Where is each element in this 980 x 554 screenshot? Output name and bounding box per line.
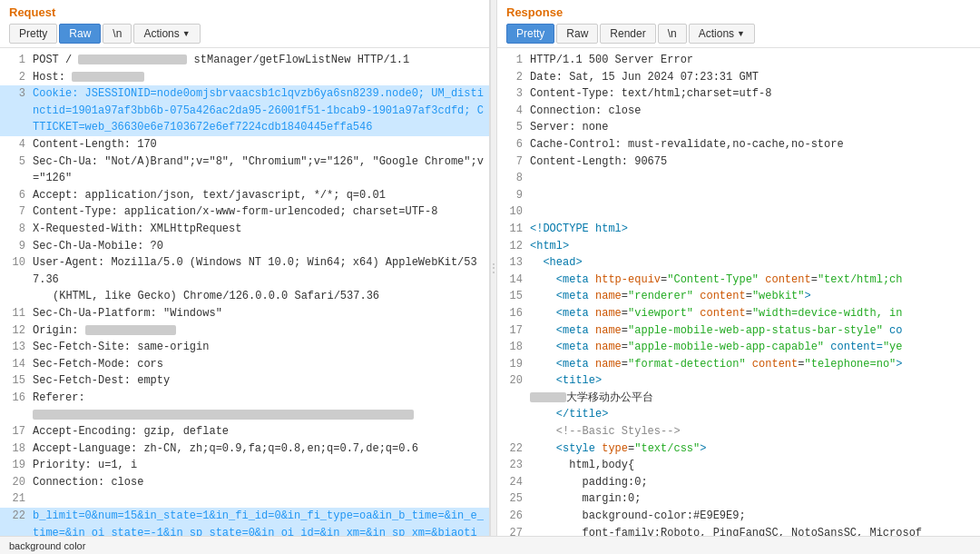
request-line-12: 12 Origin: [0, 322, 489, 340]
request-line-14: 14 Sec-Fetch-Mode: cors [0, 356, 489, 373]
response-line-13: 13 <head> [497, 254, 980, 272]
response-line-24: 24 padding:0; [497, 474, 980, 491]
request-line-2: 2 Host: [0, 69, 489, 86]
request-line-referer-blurred [0, 406, 489, 423]
response-line-22: 22 <style type="text/css"> [497, 440, 980, 458]
response-line-19: 19 <meta name="format-detection" content… [497, 356, 980, 373]
request-line-18: 18 Accept-Language: zh-CN, zh;q=0.9,fa;q… [0, 440, 489, 458]
response-newline-button[interactable]: \n [658, 24, 687, 44]
response-content-area[interactable]: 1 HTTP/1.1 500 Server Error 2 Date: Sat,… [497, 48, 980, 536]
response-line-title-content: 大学移动办公平台 [497, 390, 980, 407]
response-pretty-button[interactable]: Pretty [506, 24, 554, 44]
request-panel: Request Pretty Raw \n Actions ▼ 1 POST /… [0, 0, 490, 536]
request-line-5: 5 Sec-Ch-Ua: "Not/A)Brand";v="8", "Chrom… [0, 153, 489, 187]
request-actions-button[interactable]: Actions ▼ [133, 24, 200, 44]
request-content-area[interactable]: 1 POST / stManager/getFlowListNew HTTP/1… [0, 48, 489, 536]
request-line-6: 6 Accept: application/json, text/javascr… [0, 187, 489, 204]
request-line-17: 17 Accept-Encoding: gzip, deflate [0, 423, 489, 440]
response-line-4: 4 Connection: close [497, 103, 980, 120]
response-line-26: 26 background-color:#E9E9E9; [497, 508, 980, 525]
request-line-7: 7 Content-Type: application/x-www-form-u… [0, 203, 489, 221]
request-line-10: 10 User-Agent: Mozilla/5.0 (Windows NT 1… [0, 254, 489, 305]
response-toolbar: Pretty Raw Render \n Actions ▼ [506, 24, 971, 44]
request-line-20: 20 Connection: close [0, 474, 489, 491]
response-line-8: 8 [497, 170, 980, 187]
response-panel: Response Pretty Raw Render \n Actions ▼ … [497, 0, 980, 536]
response-line-9: 9 [497, 187, 980, 204]
response-line-17: 17 <meta name="apple-mobile-web-app-stat… [497, 322, 980, 340]
response-line-20: 20 <title> [497, 372, 980, 390]
request-line-4: 4 Content-Length: 170 [0, 136, 489, 153]
response-panel-title: Response [506, 5, 971, 19]
response-raw-button[interactable]: Raw [556, 24, 598, 44]
request-line-11: 11 Sec-Ch-Ua-Platform: "Windows" [0, 305, 489, 322]
response-line-3: 3 Content-Type: text/html;charset=utf-8 [497, 85, 980, 103]
response-line-23: 23 html,body{ [497, 457, 980, 474]
response-line-7: 7 Content-Length: 90675 [497, 153, 980, 171]
response-line-2: 2 Date: Sat, 15 Jun 2024 07:23:31 GMT [497, 69, 980, 86]
response-line-comment: <!--Basic Styles--> [497, 423, 980, 440]
response-line-5: 5 Server: none [497, 119, 980, 136]
response-line-25: 25 margin:0; [497, 490, 980, 508]
response-line-14: 14 <meta http-equiv="Content-Type" conte… [497, 272, 980, 289]
request-toolbar: Pretty Raw \n Actions ▼ [9, 24, 480, 44]
request-line-1: 1 POST / stManager/getFlowListNew HTTP/1… [0, 52, 489, 69]
panel-divider: ⋮ [490, 0, 497, 536]
response-line-title-close: </title> [497, 406, 980, 423]
request-line-9: 9 Sec-Ch-Ua-Mobile: ?0 [0, 238, 489, 255]
response-line-16: 16 <meta name="viewport" content="width=… [497, 305, 980, 322]
response-line-10: 10 [497, 203, 980, 221]
request-line-21: 21 [0, 490, 489, 508]
response-render-button[interactable]: Render [600, 24, 655, 44]
request-line-8: 8 X-Requested-With: XMLHttpRequest [0, 221, 489, 238]
response-line-11: 11 <!DOCTYPE html> [497, 221, 980, 238]
response-line-6: 6 Cache-Control: must-revalidate,no-cach… [497, 136, 980, 153]
request-pretty-button[interactable]: Pretty [9, 24, 57, 44]
request-newline-button[interactable]: \n [103, 24, 132, 44]
request-actions-chevron-icon: ▼ [182, 29, 191, 38]
request-line-16: 16 Referer: [0, 390, 489, 407]
request-line-13: 13 Sec-Fetch-Site: same-origin [0, 339, 489, 356]
request-raw-button[interactable]: Raw [59, 24, 101, 44]
background-color-label: background color [9, 540, 85, 551]
response-line-15: 15 <meta name="renderer" content="webkit… [497, 288, 980, 305]
response-line-12: 12 <html> [497, 238, 980, 255]
request-line-19: 19 Priority: u=1, i [0, 457, 489, 474]
request-panel-header: Request Pretty Raw \n Actions ▼ [0, 0, 489, 48]
response-line-18: 18 <meta name="apple-mobile-web-app-capa… [497, 339, 980, 356]
response-actions-chevron-icon: ▼ [737, 29, 745, 38]
response-line-1: 1 HTTP/1.1 500 Server Error [497, 52, 980, 69]
bottom-bar: background color [0, 536, 980, 554]
request-line-22: 22 b_limit=0&num=15&in_state=1&in_fi_id=… [0, 508, 489, 536]
request-line-3: 3 Cookie: JSESSIONID=node0omjsbrvaacsb1c… [0, 85, 489, 136]
response-line-27: 27 font-family:Roboto, PingFangSC, NotoS… [497, 525, 980, 536]
response-panel-header: Response Pretty Raw Render \n Actions ▼ [497, 0, 980, 48]
request-line-15: 15 Sec-Fetch-Dest: empty [0, 372, 489, 390]
response-actions-button[interactable]: Actions ▼ [689, 24, 755, 44]
request-panel-title: Request [9, 5, 480, 19]
